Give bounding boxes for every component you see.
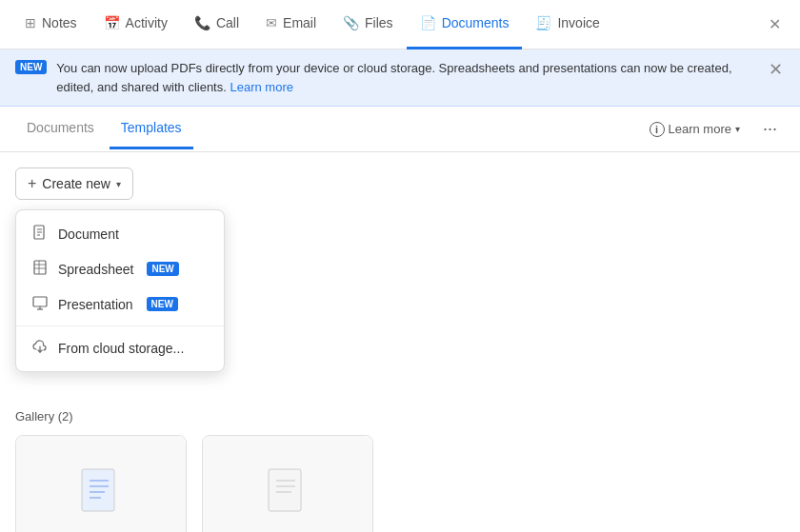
- files-icon: 📎: [343, 15, 359, 30]
- tab-documents[interactable]: 📄 Documents: [407, 0, 523, 49]
- dropdown-item-presentation[interactable]: Presentation NEW: [16, 286, 224, 322]
- template-card-sample[interactable]: Sample Template Proposals: [15, 435, 187, 532]
- chevron-down-icon: ▾: [116, 179, 121, 189]
- svg-rect-21: [269, 469, 301, 511]
- info-icon: i: [650, 122, 665, 137]
- plus-icon: +: [28, 175, 36, 192]
- invoice-icon: 🧾: [535, 15, 551, 30]
- tab-notes[interactable]: ⊞ Notes: [11, 0, 90, 49]
- tab-activity[interactable]: 📅 Activity: [90, 0, 181, 49]
- document-icon: [31, 225, 49, 243]
- tab-files[interactable]: 📎 Files: [330, 0, 407, 49]
- card-preview: [16, 436, 186, 532]
- template-card-untitled[interactable]: Untitled 02-16-2021 5:13:... Uncategoriz…: [202, 435, 373, 532]
- gallery-label: Gallery (2): [15, 409, 785, 424]
- svg-rect-4: [34, 261, 46, 274]
- card-preview-2: [203, 436, 372, 532]
- gallery-grid: Sample Template Proposals: [15, 435, 785, 532]
- presentation-icon: [31, 295, 49, 313]
- notes-icon: ⊞: [25, 15, 36, 30]
- activity-icon: 📅: [104, 15, 120, 30]
- chevron-down-icon: ▾: [735, 124, 740, 134]
- subtab-documents[interactable]: Documents: [15, 108, 106, 149]
- call-icon: 📞: [194, 15, 210, 30]
- tab-invoice[interactable]: 🧾 Invoice: [522, 0, 612, 49]
- svg-rect-8: [33, 297, 47, 306]
- doc-preview-icon-2: [265, 467, 310, 529]
- tab-call[interactable]: 📞 Call: [181, 0, 252, 49]
- spreadsheet-new-badge: NEW: [147, 262, 178, 276]
- subtab-actions: i Learn more ▾ ···: [642, 115, 786, 143]
- subtab-bar: Documents Templates i Learn more ▾ ···: [0, 107, 800, 152]
- dropdown-item-spreadsheet[interactable]: Spreadsheet NEW: [16, 251, 224, 286]
- new-badge: NEW: [15, 60, 47, 74]
- gallery-section: Gallery (2) Sample Te: [15, 409, 785, 532]
- dropdown-item-document[interactable]: Document: [16, 216, 224, 251]
- banner-learn-more-link[interactable]: Learn more: [230, 80, 292, 94]
- doc-preview-icon: [78, 467, 124, 529]
- tab-bar: ⊞ Notes 📅 Activity 📞 Call ✉ Email 📎 File…: [0, 0, 800, 49]
- svg-rect-12: [82, 469, 114, 511]
- dropdown-divider: [16, 325, 224, 326]
- info-banner: NEW You can now upload PDFs directly fro…: [0, 49, 800, 107]
- documents-icon: 📄: [420, 15, 436, 30]
- dropdown-item-cloud-storage[interactable]: From cloud storage...: [16, 330, 224, 365]
- create-new-button[interactable]: + Create new ▾: [15, 167, 133, 200]
- create-dropdown: Document Spreadsheet NEW: [15, 209, 225, 372]
- email-icon: ✉: [266, 15, 277, 30]
- subtab-templates[interactable]: Templates: [110, 108, 193, 149]
- cloud-icon: [31, 339, 49, 357]
- presentation-new-badge: NEW: [147, 297, 178, 311]
- banner-text: You can now upload PDFs directly from yo…: [56, 59, 757, 96]
- banner-close-button[interactable]: ✕: [767, 59, 785, 80]
- main-content: + Create new ▾ Document: [0, 152, 800, 532]
- more-options-button[interactable]: ···: [755, 115, 785, 143]
- learn-more-button[interactable]: i Learn more ▾: [642, 118, 748, 141]
- close-button[interactable]: ✕: [761, 8, 789, 41]
- tab-email[interactable]: ✉ Email: [252, 0, 330, 49]
- spreadsheet-icon: [31, 260, 49, 278]
